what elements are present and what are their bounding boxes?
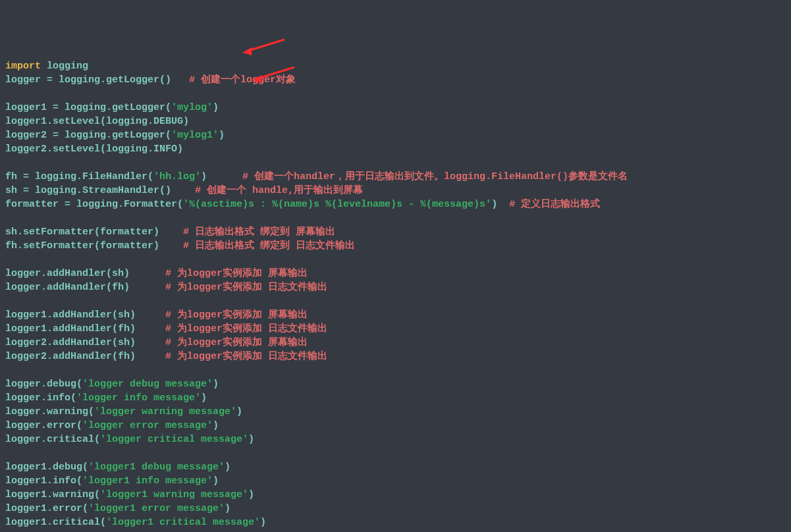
code-line: logger1.addHandler(fh) # 为logger实例添加 日志文…	[5, 322, 786, 336]
code-token: )	[219, 130, 225, 141]
code-line: logger.critical('logger critical message…	[5, 433, 786, 446]
code-token: import	[5, 61, 41, 72]
code-token: 'logger1 critical message'	[106, 517, 260, 528]
code-token: )	[260, 517, 266, 528]
code-line: logger.addHandler(sh) # 为logger实例添加 屏幕输出	[5, 267, 786, 280]
code-token: 'logger1 info message'	[82, 475, 213, 487]
svg-marker-0	[242, 47, 252, 55]
code-token: sh.setFormatter(formatter)	[5, 226, 183, 238]
code-block: import logginglogger = logging.getLogger…	[5, 59, 786, 532]
code-token: 'mylog'	[171, 102, 213, 113]
code-token: # 为logger实例添加 屏幕输出	[165, 337, 308, 348]
code-line: logger.debug('logger debug message')	[5, 377, 786, 391]
code-token: 'hh.log'	[153, 171, 201, 182]
code-line: fh = logging.FileHandler('hh.log') # 创建一…	[5, 170, 786, 184]
code-line: logger.warning('logger warning message')	[5, 405, 786, 419]
code-line	[5, 294, 786, 308]
code-token: logger1.critical(	[5, 517, 106, 528]
code-line: formatter = logging.Formatter('%(asctime…	[5, 198, 786, 211]
code-token: logging	[41, 61, 88, 72]
code-line	[5, 87, 786, 101]
code-line	[5, 211, 786, 225]
code-token: )	[213, 475, 219, 487]
code-token: logger2.addHandler(fh)	[5, 351, 165, 362]
code-token: logger1.info(	[5, 475, 82, 487]
code-token: )	[201, 171, 242, 182]
code-token: logger1.setLevel(logging.DEBUG)	[5, 116, 189, 127]
code-token: logger1 = logging.getLogger(	[5, 102, 171, 113]
code-token: 'logger critical message'	[100, 434, 248, 445]
code-token: 'logger1 debug message'	[88, 462, 225, 473]
code-token: )	[213, 102, 219, 113]
code-token: logger2.addHandler(sh)	[5, 337, 165, 348]
annotation-arrow-icon	[241, 38, 287, 57]
code-token: logger.info(	[5, 392, 76, 404]
code-token: logger1.addHandler(sh)	[5, 309, 165, 321]
code-token: logger = logging.getLogger()	[5, 74, 189, 86]
code-token: # 定义日志输出格式	[509, 199, 600, 210]
code-token: logger2 = logging.getLogger(	[5, 130, 171, 141]
code-token: 'logger debug message'	[82, 379, 213, 390]
code-token: '%(asctime)s : %(name)s %(levelname)s - …	[183, 199, 491, 210]
code-token: # 创建一个logger对象	[189, 74, 296, 86]
code-token: logger2.setLevel(logging.INFO)	[5, 144, 183, 155]
code-line: logger1 = logging.getLogger('mylog')	[5, 101, 786, 115]
code-token: logger1.error(	[5, 503, 88, 514]
code-token: )	[225, 503, 231, 514]
code-token: 'logger1 error message'	[88, 503, 225, 514]
code-line: logger1.critical('logger1 critical messa…	[5, 516, 786, 529]
code-token: # 为logger实例添加 日志文件输出	[165, 323, 327, 334]
code-token: formatter = logging.Formatter(	[5, 199, 183, 210]
code-line: logger1.debug('logger1 debug message')	[5, 460, 786, 474]
code-token: logger1.warning(	[5, 489, 100, 500]
code-token: sh = logging.StreamHandler()	[5, 185, 195, 196]
code-token: # 为logger实例添加 日志文件输出	[165, 351, 327, 362]
code-token: )	[491, 199, 509, 210]
code-token: fh.setFormatter(formatter)	[5, 240, 183, 252]
code-token: )	[236, 406, 242, 417]
code-token: logger1.addHandler(fh)	[5, 323, 165, 334]
code-line: logger1.setLevel(logging.DEBUG)	[5, 115, 786, 128]
code-line: logger2.addHandler(sh) # 为logger实例添加 屏幕输…	[5, 336, 786, 350]
code-token: fh = logging.FileHandler(	[5, 171, 153, 182]
code-token: logger.addHandler(sh)	[5, 268, 165, 279]
code-line	[5, 253, 786, 267]
code-token: # 创建一个 handle,用于输出到屏幕	[195, 185, 363, 196]
code-token: 'logger warning message'	[94, 406, 236, 417]
code-token: # 日志输出格式 绑定到 日志文件输出	[183, 240, 355, 252]
code-token: 'logger1 warning message'	[100, 489, 248, 500]
code-token: logger.debug(	[5, 379, 82, 390]
code-line: logger.error('logger error message')	[5, 419, 786, 433]
code-token: # 为logger实例添加 屏幕输出	[165, 309, 308, 321]
code-line: logger = logging.getLogger() # 创建一个logge…	[5, 73, 786, 87]
code-line: logger1.addHandler(sh) # 为logger实例添加 屏幕输…	[5, 308, 786, 322]
code-line: logger2.addHandler(fh) # 为logger实例添加 日志文…	[5, 350, 786, 363]
code-token: )	[248, 489, 254, 500]
code-token: )	[213, 420, 219, 431]
code-token: 'mylog1'	[171, 130, 219, 141]
code-line: logger.addHandler(fh) # 为logger实例添加 日志文件…	[5, 280, 786, 294]
code-token: logger.addHandler(fh)	[5, 282, 165, 293]
code-line	[5, 446, 786, 460]
code-line: logger1.info('logger1 info message')	[5, 474, 786, 488]
code-token: # 创建一个handler，用于日志输出到文件。logging.FileHand…	[242, 171, 628, 182]
code-line: logger.info('logger info message')	[5, 391, 786, 405]
code-line: sh = logging.StreamHandler() # 创建一个 hand…	[5, 184, 786, 198]
code-line: logger2 = logging.getLogger('mylog1')	[5, 128, 786, 142]
code-token: )	[201, 392, 207, 404]
code-token: # 为logger实例添加 屏幕输出	[165, 268, 308, 279]
code-line: logger1.error('logger1 error message')	[5, 502, 786, 516]
code-token: 'logger error message'	[82, 420, 213, 431]
code-line	[5, 529, 786, 532]
code-line: sh.setFormatter(formatter) # 日志输出格式 绑定到 …	[5, 225, 786, 239]
code-token: logger.warning(	[5, 406, 94, 417]
code-line: fh.setFormatter(formatter) # 日志输出格式 绑定到 …	[5, 239, 786, 253]
code-token: )	[225, 462, 231, 473]
code-token: 'logger info message'	[76, 392, 201, 404]
code-token: # 日志输出格式 绑定到 屏幕输出	[183, 226, 335, 238]
code-token: )	[213, 379, 219, 390]
code-line: import logging	[5, 59, 786, 73]
code-line: logger2.setLevel(logging.INFO)	[5, 142, 786, 156]
code-line: logger1.warning('logger1 warning message…	[5, 488, 786, 502]
code-token: logger1.debug(	[5, 462, 88, 473]
